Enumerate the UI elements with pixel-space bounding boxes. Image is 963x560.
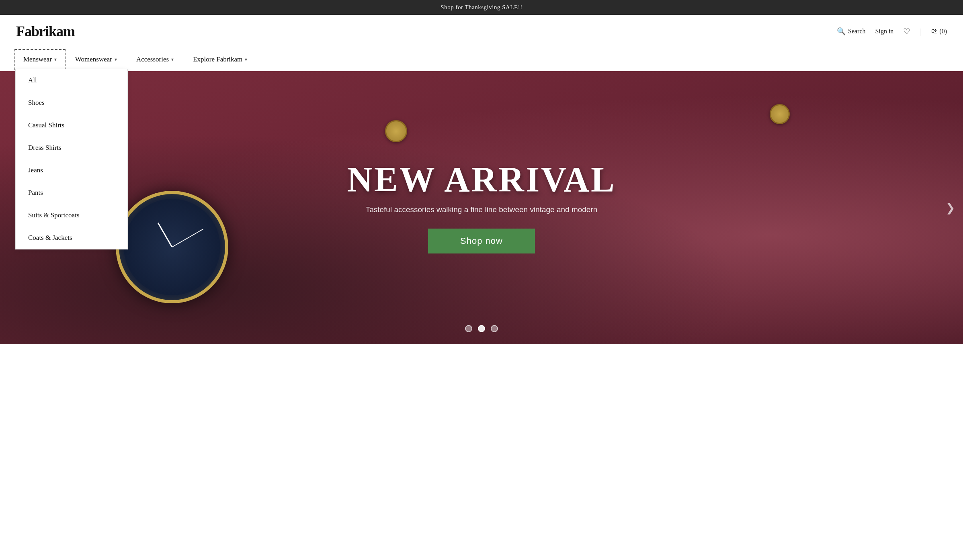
carousel-dot-2[interactable] bbox=[478, 325, 485, 332]
nav-explore-label: Explore Fabrikam bbox=[193, 55, 242, 63]
menswear-dropdown: All Shoes Casual Shirts Dress Shirts Jea… bbox=[15, 69, 128, 249]
carousel-dots bbox=[465, 325, 498, 332]
header-actions: 🔍 Search Sign in ♡ | 🛍 (0) bbox=[837, 27, 947, 36]
chevron-down-icon: ▾ bbox=[115, 57, 117, 63]
dropdown-item-jeans[interactable]: Jeans bbox=[16, 159, 127, 182]
nav-item-accessories[interactable]: Accessories ▾ bbox=[127, 48, 183, 71]
hero-section: NEW ARRIVAL Tasteful accessories walking… bbox=[0, 71, 963, 344]
dropdown-item-suits[interactable]: Suits & Sportcoats bbox=[16, 204, 127, 227]
cart-count: (0) bbox=[939, 28, 947, 35]
signin-button[interactable]: Sign in bbox=[875, 28, 894, 35]
hero-subtitle: Tasteful accessories walking a fine line… bbox=[347, 205, 616, 214]
nav-item-menswear[interactable]: Menswear ▾ All Shoes Casual Shirts Dress… bbox=[14, 49, 66, 70]
search-button[interactable]: 🔍 Search bbox=[837, 27, 866, 36]
carousel-next-arrow[interactable]: ❯ bbox=[946, 201, 955, 215]
nav-accessories-label: Accessories bbox=[136, 55, 169, 63]
carousel-dot-3[interactable] bbox=[491, 325, 498, 332]
nav-womenswear-label: Womenswear bbox=[75, 55, 112, 63]
logo[interactable]: Fabrikam bbox=[16, 23, 75, 40]
watch-face bbox=[124, 199, 220, 295]
watch-decoration bbox=[116, 191, 228, 303]
nav-item-womenswear[interactable]: Womenswear ▾ bbox=[66, 48, 127, 71]
header-divider: | bbox=[920, 27, 922, 36]
chevron-down-icon: ▾ bbox=[54, 57, 57, 63]
dropdown-item-coats[interactable]: Coats & Jackets bbox=[16, 227, 127, 249]
header: Fabrikam 🔍 Search Sign in ♡ | 🛍 (0) bbox=[0, 15, 963, 48]
shop-now-button[interactable]: Shop now bbox=[428, 229, 535, 253]
dropdown-item-casual-shirts[interactable]: Casual Shirts bbox=[16, 114, 127, 137]
dropdown-item-dress-shirts[interactable]: Dress Shirts bbox=[16, 137, 127, 159]
cart-button[interactable]: 🛍 (0) bbox=[931, 28, 947, 35]
main-nav: Menswear ▾ All Shoes Casual Shirts Dress… bbox=[0, 48, 963, 71]
carousel-dot-1[interactable] bbox=[465, 325, 472, 332]
wishlist-button[interactable]: ♡ bbox=[903, 27, 910, 36]
dropdown-item-all[interactable]: All bbox=[16, 69, 127, 92]
watch-minute-hand bbox=[172, 229, 203, 247]
chevron-down-icon: ▾ bbox=[245, 57, 247, 63]
dropdown-item-shoes[interactable]: Shoes bbox=[16, 92, 127, 114]
nav-menswear-label: Menswear bbox=[23, 55, 52, 63]
hero-content: NEW ARRIVAL Tasteful accessories walking… bbox=[347, 162, 616, 253]
search-label: Search bbox=[848, 28, 866, 35]
top-banner: Shop for Thanksgiving SALE!! bbox=[0, 0, 963, 15]
chevron-down-icon: ▾ bbox=[171, 57, 174, 63]
watch-hour-hand bbox=[157, 223, 172, 247]
cart-icon: 🛍 bbox=[931, 28, 938, 35]
search-icon: 🔍 bbox=[837, 27, 846, 36]
jacket-button-decoration-2 bbox=[770, 104, 790, 124]
nav-item-explore[interactable]: Explore Fabrikam ▾ bbox=[183, 48, 257, 71]
hero-title: NEW ARRIVAL bbox=[347, 162, 616, 197]
dropdown-item-pants[interactable]: Pants bbox=[16, 182, 127, 204]
banner-text: Shop for Thanksgiving SALE!! bbox=[441, 4, 522, 10]
